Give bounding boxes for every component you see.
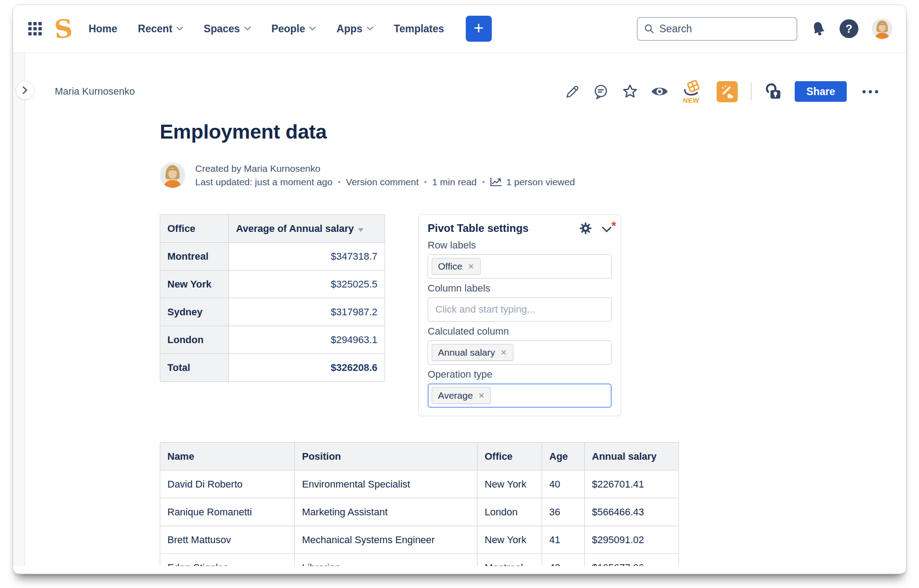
gear-icon[interactable]	[578, 221, 593, 235]
share-button[interactable]: Share	[795, 81, 847, 102]
author-avatar[interactable]	[160, 162, 185, 188]
settings-panel-title: Pivot Table settings	[428, 222, 578, 235]
pivot-total-row: Total $326208.6	[160, 354, 385, 382]
search-icon	[644, 23, 654, 35]
sidebar-expand-button[interactable]	[16, 81, 35, 100]
nav-item-recent[interactable]: Recent	[138, 23, 183, 35]
chevron-down-icon	[244, 26, 251, 31]
last-updated[interactable]: Last updated: just a moment ago	[195, 177, 333, 187]
nav-menu: Home Recent Spaces People Apps Templates	[88, 23, 444, 35]
watch-eye-icon[interactable]	[651, 85, 668, 98]
remove-token-icon[interactable]: ✕	[468, 262, 474, 271]
pivot-settings-panel: Pivot Table settings	[418, 214, 621, 416]
pivot-row: New York $325025.5	[160, 270, 385, 298]
table-row: David Di Roberto Environmental Specialis…	[160, 470, 679, 498]
required-asterisk: *	[611, 219, 616, 233]
collapse-chevron-icon[interactable]: *	[602, 224, 612, 233]
table-row: Brett Mattusov Mechanical Systems Engine…	[160, 526, 679, 554]
page-actions: NEW	[565, 80, 881, 103]
search-box[interactable]	[637, 17, 797, 41]
user-avatar[interactable]	[872, 18, 893, 39]
page-header-row: Maria Kurnosenko	[55, 80, 881, 103]
pivot-macro-new-icon[interactable]: NEW	[681, 80, 704, 103]
favorite-star-icon[interactable]	[622, 83, 638, 100]
nav-item-people[interactable]: People	[271, 23, 316, 35]
calculated-column-input[interactable]: Annual salary ✕	[428, 340, 612, 365]
calculated-column-label: Calculated column	[428, 326, 612, 337]
table-row: Ranique Romanetti Marketing Assistant Lo…	[160, 498, 679, 526]
column-labels-label: Column labels	[428, 283, 612, 294]
nav-item-apps[interactable]: Apps	[337, 23, 373, 35]
remove-token-icon[interactable]: ✕	[478, 391, 485, 401]
content-column: Employment data	[160, 120, 680, 566]
nav-item-templates[interactable]: Templates	[394, 23, 444, 35]
nav-item-home[interactable]: Home	[88, 23, 117, 35]
token-office: Office ✕	[432, 258, 481, 275]
token-average: Average ✕	[432, 387, 491, 404]
employee-header-row: Name Position Office Age Annual salary	[160, 443, 679, 470]
table-row: Edan Stiggles Librarian Montreal 43 $165…	[160, 554, 679, 566]
read-time: 1 min read	[432, 177, 477, 187]
column-labels-input[interactable]: Click and start typing...	[428, 297, 612, 322]
pivot-col-average-salary[interactable]: Average of Annual salary	[229, 215, 385, 243]
input-placeholder: Click and start typing...	[432, 304, 535, 315]
created-by: Created by Maria Kurnosenko	[195, 163, 575, 174]
top-navigation: S Home Recent Spaces People Apps	[13, 5, 906, 53]
pivot-result-table: Office Average of Annual salary Montreal…	[160, 214, 385, 382]
more-actions-icon[interactable]	[860, 87, 881, 96]
viewed-count[interactable]: 1 person viewed	[490, 177, 575, 187]
chevron-down-icon	[309, 26, 316, 31]
byline: Created by Maria Kurnosenko Last updated…	[160, 162, 680, 188]
unlock-icon[interactable]	[765, 83, 782, 100]
actions-divider	[751, 83, 752, 100]
app-switcher-icon[interactable]	[26, 20, 44, 37]
remove-token-icon[interactable]: ✕	[500, 348, 507, 357]
app-window: S Home Recent Spaces People Apps	[13, 4, 906, 574]
pivot-col-office: Office	[160, 215, 229, 243]
byline-text: Created by Maria Kurnosenko Last updated…	[195, 163, 575, 187]
comment-icon[interactable]	[593, 83, 609, 100]
help-icon[interactable]: ?	[840, 19, 858, 38]
analytics-trend-icon	[490, 177, 502, 187]
byline-meta: Last updated: just a moment ago • Versio…	[195, 177, 575, 187]
create-button[interactable]: +	[466, 16, 492, 42]
new-badge: NEW	[683, 96, 700, 104]
page-content-area: Maria Kurnosenko	[25, 53, 906, 566]
pivot-header-row: Office Average of Annual salary	[160, 215, 385, 243]
notifications-bell-icon[interactable]	[811, 21, 826, 37]
operation-type-input[interactable]: Average ✕	[428, 383, 612, 408]
chevron-down-icon	[367, 26, 373, 31]
nav-item-spaces[interactable]: Spaces	[204, 23, 251, 35]
pivot-row: Sydney $317987.2	[160, 298, 385, 326]
pivot-widget-row: Office Average of Annual salary Montreal…	[160, 214, 680, 416]
pivot-row: Montreal $347318.7	[160, 243, 385, 270]
operation-type-label: Operation type	[428, 369, 612, 380]
collapsed-sidebar-rail	[13, 53, 25, 566]
page-title: Employment data	[160, 120, 680, 144]
brand-logo[interactable]: S	[53, 16, 73, 42]
token-annual-salary: Annual salary ✕	[432, 344, 513, 361]
edit-icon[interactable]	[565, 84, 580, 99]
row-labels-input[interactable]: Office ✕	[428, 254, 612, 279]
row-labels-label: Row labels	[428, 240, 612, 251]
search-input[interactable]	[659, 23, 790, 35]
employee-table: Name Position Office Age Annual salary D…	[160, 442, 679, 566]
breadcrumb[interactable]: Maria Kurnosenko	[55, 86, 135, 97]
interactive-hand-icon[interactable]	[717, 81, 738, 102]
chevron-right-icon	[22, 86, 28, 94]
sort-desc-icon	[358, 228, 363, 232]
pivot-row: London $294963.1	[160, 326, 385, 354]
app-body: Maria Kurnosenko	[13, 53, 906, 566]
chevron-down-icon	[176, 26, 183, 31]
version-comment[interactable]: Version comment	[346, 177, 419, 187]
